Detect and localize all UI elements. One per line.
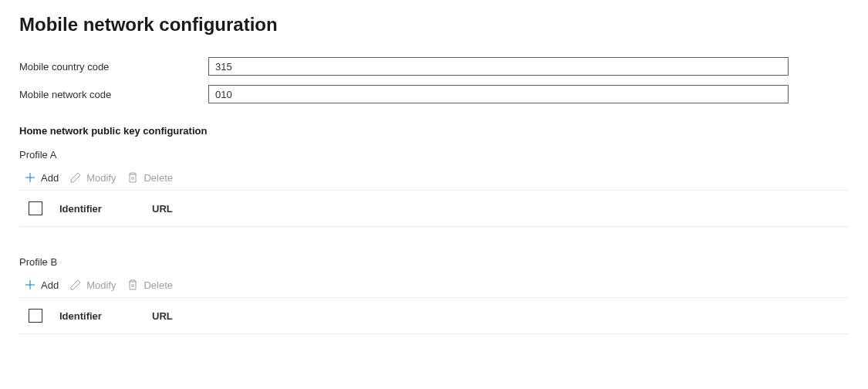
profile-a-label: Profile A [19,149,849,161]
add-button[interactable]: Add [24,171,59,184]
trash-icon [127,279,139,291]
column-identifier: Identifier [59,203,152,215]
add-button[interactable]: Add [24,279,59,291]
page-title: Mobile network configuration [19,14,278,36]
delete-button: Delete [127,171,173,184]
trash-icon [127,171,139,184]
delete-label: Delete [144,172,173,184]
column-url: URL [152,203,849,215]
mcc-input[interactable] [208,57,789,76]
plus-icon [24,171,36,184]
profile-a-commandbar: Add Modify Delete [19,168,849,191]
pencil-icon [69,171,82,184]
column-identifier: Identifier [59,310,152,322]
select-all-checkbox[interactable] [29,309,42,323]
delete-button: Delete [127,279,173,291]
profile-b-table-header: Identifier URL [19,298,849,334]
section-heading: Home network public key configuration [19,125,849,137]
mnc-input[interactable] [208,85,789,103]
add-label: Add [41,279,59,291]
profile-a-table-header: Identifier URL [19,191,849,227]
plus-icon [24,279,36,291]
mnc-label: Mobile network code [19,89,208,100]
select-all-checkbox[interactable] [29,201,42,215]
profile-b-label: Profile B [19,256,849,268]
modify-label: Modify [86,279,116,291]
modify-label: Modify [86,172,116,184]
profile-b-commandbar: Add Modify Delete [19,276,849,298]
modify-button: Modify [69,171,116,184]
column-url: URL [152,310,849,322]
add-label: Add [41,172,59,184]
pencil-icon [69,279,82,291]
mcc-label: Mobile country code [19,61,208,73]
modify-button: Modify [69,279,116,291]
delete-label: Delete [144,279,173,291]
